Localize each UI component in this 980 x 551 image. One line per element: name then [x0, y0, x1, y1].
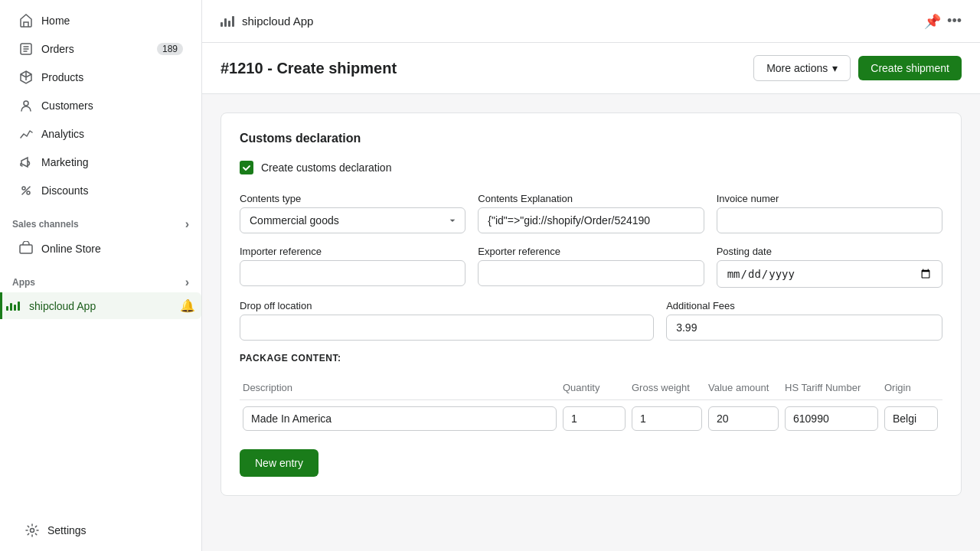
sidebar-item-marketing[interactable]: Marketing — [6, 148, 195, 176]
table-cell-value-amount — [705, 400, 782, 438]
contents-explanation-label: Contents Explanation — [478, 193, 704, 204]
more-actions-label: More actions — [766, 62, 828, 74]
contents-explanation-group: Contents Explanation — [478, 193, 704, 233]
table-header-description: Description — [240, 376, 560, 400]
apps-label: Apps — [12, 277, 35, 288]
shipcloud-icon — [6, 302, 21, 311]
sales-channels-chevron[interactable]: › — [185, 217, 189, 231]
sidebar-item-analytics-label: Analytics — [41, 128, 183, 140]
table-header-origin: Origin — [881, 376, 942, 400]
main-content: shipcloud App 📌 ••• #1210 - Create shipm… — [202, 0, 980, 551]
sidebar-item-home[interactable]: Home — [6, 7, 195, 34]
svg-rect-4 — [20, 245, 32, 253]
sidebar-item-customers-label: Customers — [41, 99, 183, 112]
sidebar-item-settings-label: Settings — [47, 524, 177, 536]
customers-icon — [18, 98, 34, 113]
topbar-left: shipcloud App — [220, 15, 313, 28]
sidebar-item-orders[interactable]: Orders 189 — [6, 35, 195, 63]
svg-point-1 — [24, 101, 28, 106]
contents-type-group: Contents type Commercial goods Gift Samp… — [240, 193, 466, 233]
settings-icon — [24, 523, 40, 538]
svg-point-2 — [22, 187, 25, 190]
sidebar-item-discounts-label: Discounts — [41, 184, 183, 197]
customs-declaration-title: Customs declaration — [240, 132, 942, 145]
checkmark-icon — [242, 163, 251, 172]
sidebar-item-analytics[interactable]: Analytics — [6, 120, 195, 148]
sidebar-item-marketing-label: Marketing — [41, 156, 183, 168]
topbar-more-icon[interactable]: ••• — [947, 13, 962, 29]
posting-date-input[interactable] — [717, 260, 942, 288]
hs-tariff-input[interactable] — [785, 406, 878, 431]
description-input[interactable] — [243, 406, 557, 431]
importer-reference-label: Importer reference — [240, 246, 466, 257]
table-cell-quantity — [560, 400, 629, 438]
table-header-hs-tariff: HS Tariff Number — [782, 376, 881, 400]
sidebar-item-products-label: Products — [41, 71, 183, 83]
settings-area: Settings — [0, 510, 201, 551]
sidebar-item-shipcloud[interactable]: shipcloud App 🔔 — [0, 292, 201, 319]
additional-fees-input[interactable] — [666, 315, 942, 341]
topbar: shipcloud App 📌 ••• — [202, 0, 980, 43]
posting-date-group: Posting date — [717, 246, 942, 288]
discounts-icon — [18, 183, 34, 198]
sidebar-item-discounts[interactable]: Discounts — [6, 177, 195, 204]
package-content-subtitle: PACKAGE CONTENT: — [240, 353, 942, 364]
app-logo: shipcloud App — [220, 15, 313, 28]
invoice-number-input[interactable] — [717, 207, 942, 233]
contents-type-select[interactable]: Commercial goods Gift Sample Documents R… — [240, 207, 466, 233]
sidebar-item-settings[interactable]: Settings — [12, 517, 189, 544]
importer-reference-input[interactable] — [240, 260, 466, 286]
products-icon — [18, 70, 34, 85]
online-store-icon — [18, 241, 34, 256]
contents-explanation-input[interactable] — [478, 207, 704, 233]
table-cell-description — [240, 400, 560, 438]
customs-declaration-card: Customs declaration Create customs decla… — [220, 112, 962, 496]
more-actions-button[interactable]: More actions ▾ — [753, 55, 851, 81]
form-row-1: Contents type Commercial goods Gift Samp… — [240, 193, 942, 233]
orders-badge: 189 — [157, 43, 183, 55]
customs-checkbox[interactable] — [240, 161, 253, 174]
sidebar-item-customers[interactable]: Customers — [6, 92, 195, 119]
pin-icon[interactable]: 📌 — [924, 13, 941, 30]
table-cell-hs-tariff — [782, 400, 881, 438]
drop-off-location-label: Drop off location — [240, 300, 654, 311]
customs-checkbox-label: Create customs declaration — [261, 161, 391, 174]
drop-off-location-group: Drop off location — [240, 300, 654, 341]
exporter-reference-group: Exporter reference — [478, 246, 704, 288]
exporter-reference-input[interactable] — [478, 260, 704, 286]
table-header-quantity: Quantity — [560, 376, 629, 400]
value-amount-input[interactable] — [708, 406, 779, 431]
gross-weight-input[interactable] — [632, 406, 702, 431]
drop-off-location-input[interactable] — [240, 315, 654, 341]
table-header-value-amount: Value amount — [705, 376, 782, 400]
invoice-number-group: Invoice numer — [717, 193, 942, 233]
origin-input[interactable] — [884, 406, 938, 431]
quantity-input[interactable] — [563, 406, 626, 431]
content-area: Customs declaration Create customs decla… — [202, 94, 980, 551]
analytics-icon — [18, 126, 34, 142]
table-cell-origin — [881, 400, 942, 438]
page-title: #1210 - Create shipment — [220, 60, 397, 77]
notification-icon: 🔔 — [180, 298, 195, 313]
header-actions: More actions ▾ Create shipment — [753, 55, 962, 81]
shipcloud-app-label: shipcloud App — [29, 300, 172, 312]
sidebar-item-online-store[interactable]: Online Store — [6, 235, 195, 262]
additional-fees-group: Additional Fees — [666, 300, 942, 341]
svg-point-5 — [31, 529, 34, 533]
sales-channels-label: Sales channels — [12, 219, 79, 230]
topbar-app-bar-icon — [220, 16, 236, 27]
sidebar: Home Orders 189 Products Customers Ana — [0, 0, 202, 551]
sidebar-item-products[interactable]: Products — [6, 64, 195, 91]
page-header: #1210 - Create shipment More actions ▾ C… — [202, 43, 980, 94]
marketing-icon — [18, 155, 34, 170]
table-cell-gross-weight — [629, 400, 705, 438]
table-header-gross-weight: Gross weight — [629, 376, 705, 400]
form-row-3: Drop off location Additional Fees — [240, 300, 942, 341]
new-entry-button[interactable]: New entry — [240, 449, 318, 477]
home-icon — [18, 13, 34, 28]
create-shipment-button[interactable]: Create shipment — [858, 56, 962, 80]
apps-chevron[interactable]: › — [185, 276, 189, 289]
topbar-right: 📌 ••• — [924, 13, 962, 30]
sidebar-item-home-label: Home — [41, 15, 183, 27]
exporter-reference-label: Exporter reference — [478, 246, 704, 257]
